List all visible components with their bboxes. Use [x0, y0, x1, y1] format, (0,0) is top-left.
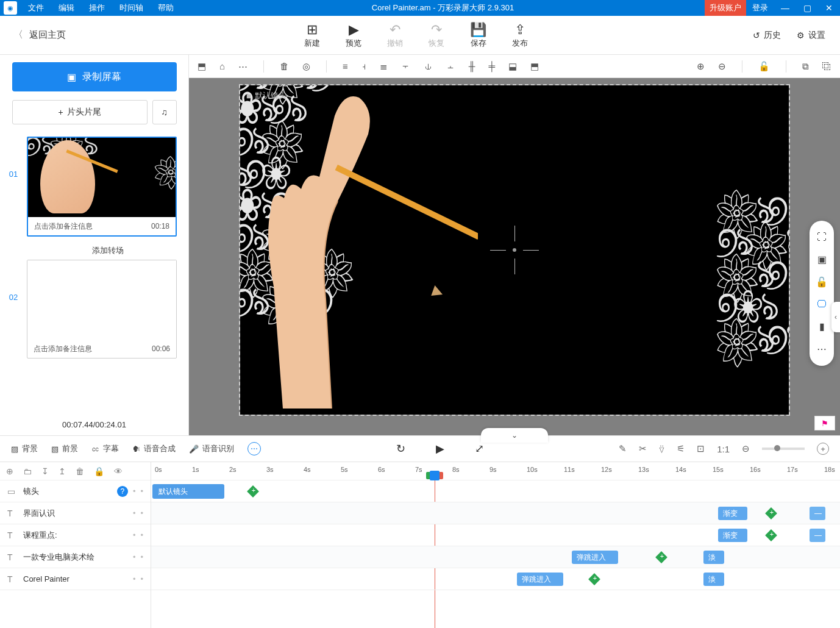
play-timeline-icon[interactable]: ▶ [436, 442, 444, 455]
music-button[interactable]: ♫ [152, 100, 177, 124]
align-top-icon[interactable]: ⫟ [401, 61, 410, 71]
align-v-icon[interactable]: ⫞ [361, 61, 366, 71]
trash-icon[interactable]: 🗑 [280, 61, 289, 71]
clip-tail[interactable]: — [810, 507, 825, 520]
menu-edit[interactable]: 编辑 [51, 2, 82, 13]
help-icon[interactable]: ? [117, 486, 128, 497]
tabs-more-button[interactable]: ⋯ [247, 442, 261, 455]
track-dot[interactable]: • [133, 508, 136, 518]
keyframe-add[interactable] [765, 507, 777, 519]
up-icon[interactable]: ↥ [59, 466, 66, 476]
device-icon[interactable]: ▮ [819, 321, 825, 332]
tab-subtitle[interactable]: ㏄字幕 [91, 443, 119, 454]
zoom-slider[interactable] [762, 448, 805, 450]
track-row[interactable]: 默认镜头 [151, 480, 840, 502]
fullscreen-icon[interactable]: ⛶ [817, 232, 827, 243]
clip-gradient[interactable]: 渐变 [718, 529, 747, 542]
dist-v-icon[interactable]: ╪ [488, 61, 495, 71]
canvas-stage[interactable]: ୭ঌ❀ঌ୭❀ঌ୭ঌ୭ঌ❀ঌ୭❀❀ঌ୭୭ঌ❀ঌ❀ঌ୭ঌ❀୭ঌ❀ঌ୭ ❀ঌ୭୭ঌ❀ঌ… [240, 85, 789, 415]
eye-icon[interactable]: 👁 [114, 466, 123, 476]
layout-icon[interactable]: ⬒ [198, 61, 206, 72]
preview-button[interactable]: ▶预览 [346, 22, 361, 49]
edge-expand-button[interactable]: ‹ [831, 302, 840, 332]
keyframe-add[interactable] [588, 573, 600, 585]
collapse-canvas-button[interactable]: ⌄ [481, 428, 548, 443]
track-dot[interactable]: • [133, 574, 136, 583]
clip-default-camera[interactable]: 默认镜头 [152, 484, 224, 499]
track-dot[interactable]: • [140, 574, 143, 583]
tab-foreground[interactable]: ▧前景 [51, 443, 78, 454]
copy-icon[interactable]: ⧉ [802, 61, 809, 72]
trash2-icon[interactable]: 🗑 [76, 466, 84, 476]
track-row[interactable]: 弹跳进入 淡 [151, 568, 840, 590]
more-icon[interactable]: ⋯ [817, 343, 827, 355]
send-back-icon[interactable]: ⬓ [508, 61, 517, 72]
tab-tts[interactable]: 🗣语音合成 [132, 443, 176, 454]
track-body[interactable]: 0s1s2s3s4s5s6s7s8s9s10s11s12s13s14s15s16… [151, 462, 840, 628]
track-head-row[interactable]: ▭ 镜头 ? • • [0, 480, 151, 502]
track-dot[interactable]: • [133, 487, 136, 496]
clip-fade[interactable]: 淡 [703, 573, 724, 586]
slide-item[interactable]: 02 点击添加备注信息 00:06 [0, 260, 188, 359]
adjust-icon[interactable]: ⚟ [677, 443, 685, 454]
more-horiz-icon[interactable]: ⋯ [238, 61, 247, 72]
clip-bounce-in[interactable]: 弹跳进入 [517, 573, 563, 586]
add-track-icon[interactable]: ⊕ [6, 466, 13, 476]
back-home-button[interactable]: 〈 返回主页 [0, 29, 79, 41]
login-button[interactable]: 登录 [746, 2, 774, 13]
undo-button[interactable]: ↶撤销 [387, 22, 403, 49]
slide-note[interactable]: 点击添加备注信息 [34, 221, 93, 232]
unlock2-icon[interactable]: 🔓 [816, 276, 828, 288]
cut-icon[interactable]: ✂ [639, 443, 647, 454]
track-head-row[interactable]: T Corel Painter • • [0, 568, 151, 590]
align-bottom-icon[interactable]: ⫠ [446, 61, 455, 71]
menu-file[interactable]: 文件 [21, 2, 51, 13]
zoom-out-icon[interactable]: ⊖ [718, 61, 726, 72]
slide-thumbnail[interactable]: ୭ঌ❀ঌ ❀ঌ [28, 138, 176, 217]
unlock-icon[interactable]: 🔓 [758, 61, 770, 72]
clip-fade[interactable]: 淡 [703, 551, 724, 564]
zoom-in-icon[interactable]: ⊕ [697, 61, 705, 72]
bring-front-icon[interactable]: ⬒ [530, 61, 539, 72]
track-row[interactable]: 渐变 — [151, 502, 840, 524]
edit-icon[interactable]: ✎ [619, 443, 627, 454]
fit-icon[interactable]: ⊡ [697, 443, 705, 454]
keyframe-add[interactable] [765, 529, 777, 541]
track-dot[interactable]: • [140, 487, 143, 496]
align-mid-icon[interactable]: ⫝ [424, 61, 433, 71]
dist-h-icon[interactable]: ╫ [469, 61, 475, 71]
minimize-button[interactable]: — [774, 0, 796, 16]
slide-thumbnail[interactable] [27, 260, 176, 340]
save-button[interactable]: 💾保存 [470, 22, 486, 49]
new-button[interactable]: ⊞新建 [304, 22, 320, 49]
settings-button[interactable]: ⚙设置 [797, 30, 825, 41]
track-dot[interactable]: • [133, 552, 136, 562]
history-button[interactable]: ↺历史 [753, 30, 781, 41]
menu-timeline[interactable]: 时间轴 [112, 2, 151, 13]
align-left-icon[interactable]: ≡ [343, 61, 348, 71]
home-icon[interactable]: ⌂ [219, 61, 225, 71]
time-ruler[interactable]: 0s1s2s3s4s5s6s7s8s9s10s11s12s13s14s15s16… [151, 462, 840, 480]
paste-icon[interactable]: ⿻ [822, 61, 831, 71]
lock-icon[interactable]: 🔒 [94, 466, 104, 476]
clip-bounce-in[interactable]: 弹跳进入 [572, 551, 618, 564]
camera2-icon[interactable]: ▣ [817, 254, 827, 265]
menu-action[interactable]: 操作 [82, 2, 112, 13]
add-intro-outro-button[interactable]: + 片头片尾 [12, 100, 148, 124]
filter-icon[interactable]: ⍢ [659, 444, 664, 454]
menu-help[interactable]: 帮助 [151, 2, 181, 13]
track-head-row[interactable]: T 课程重点: • • [0, 524, 151, 546]
upgrade-button[interactable]: 升级账户 [705, 0, 746, 16]
close-button[interactable]: ✕ [818, 0, 840, 16]
maximize-button[interactable]: ▢ [796, 0, 818, 16]
publish-button[interactable]: ⇪发布 [512, 22, 528, 49]
clip-tail[interactable]: — [810, 529, 825, 542]
keyframe-add[interactable] [655, 551, 667, 563]
down-icon[interactable]: ↧ [41, 466, 49, 476]
align-right-icon[interactable]: ≣ [380, 61, 388, 72]
tab-background[interactable]: ▨背景 [11, 443, 38, 454]
clip-gradient[interactable]: 渐变 [718, 507, 747, 520]
record-screen-button[interactable]: ▣ 录制屏幕 [12, 62, 177, 91]
zoom-in2-icon[interactable]: + [817, 443, 829, 455]
playhead-handle[interactable] [430, 471, 440, 480]
